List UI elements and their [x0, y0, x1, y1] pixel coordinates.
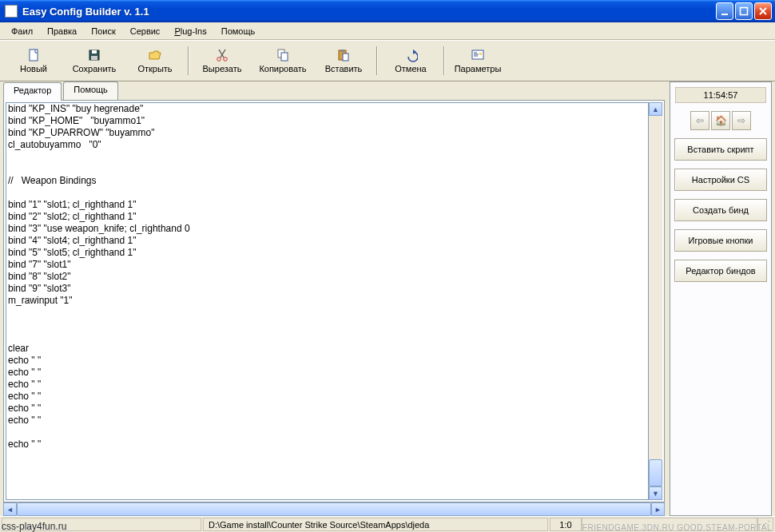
nav-buttons: ⇦ 🏠 ⇨: [690, 111, 751, 130]
menu-file[interactable]: Фаил: [5, 25, 39, 38]
paste-button[interactable]: Вставить: [313, 43, 374, 78]
scroll-track[interactable]: [17, 502, 651, 516]
toolbar-separator: [188, 46, 189, 75]
app-icon: [5, 5, 18, 18]
new-button[interactable]: Новый: [3, 43, 64, 78]
undo-button[interactable]: Отмена: [380, 43, 441, 78]
scroll-left-icon[interactable]: ◄: [3, 502, 17, 516]
side-panel: 11:54:57 ⇦ 🏠 ⇨ Вставить скрипт Настройки…: [670, 81, 772, 516]
toolbar-separator: [443, 46, 445, 75]
svg-rect-1: [741, 8, 748, 15]
window-title: Easy Config Builder v. 1.1: [22, 6, 716, 18]
editor-frame: bind "KP_INS" "buy hegrenade" bind "KP_H…: [3, 100, 665, 502]
workspace: Редактор Помощь bind "KP_INS" "buy hegre…: [3, 81, 772, 516]
status-path: D:\Game install\Counter Strike Source\St…: [203, 518, 548, 531]
menubar: Фаил Правка Поиск Сервис Plug-Ins Помощь: [0, 22, 775, 40]
menu-search[interactable]: Поиск: [85, 25, 121, 38]
cut-icon: [215, 48, 229, 62]
svg-rect-14: [479, 53, 482, 55]
menu-plugins[interactable]: Plug-Ins: [168, 25, 213, 38]
left-pane: Редактор Помощь bind "KP_INS" "buy hegre…: [3, 81, 665, 516]
scroll-thumb[interactable]: [17, 502, 651, 516]
scroll-thumb[interactable]: [649, 459, 662, 486]
close-button[interactable]: [754, 2, 772, 20]
undo-icon: [403, 48, 418, 62]
nav-back-button[interactable]: ⇦: [690, 111, 709, 130]
svg-rect-4: [92, 50, 97, 54]
save-icon: [87, 48, 101, 62]
status-position: 1:0: [550, 518, 582, 531]
scroll-up-icon[interactable]: ▲: [649, 102, 662, 116]
menu-help[interactable]: Помощь: [215, 25, 262, 38]
nav-forward-button[interactable]: ⇨: [732, 111, 751, 130]
open-button[interactable]: Открыть: [125, 43, 185, 78]
save-button[interactable]: Сохранить: [64, 43, 125, 78]
menu-service[interactable]: Сервис: [124, 25, 167, 38]
window-buttons: [716, 2, 772, 20]
params-button[interactable]: Параметры: [447, 43, 508, 78]
game-buttons-button[interactable]: Игровые кнопки: [674, 229, 767, 252]
menu-edit[interactable]: Правка: [41, 25, 83, 38]
scroll-down-icon[interactable]: ▼: [649, 486, 662, 500]
titlebar: Easy Config Builder v. 1.1: [0, 0, 775, 22]
toolbar-separator: [376, 46, 378, 75]
tab-help[interactable]: Помощь: [63, 81, 118, 100]
tab-bar: Редактор Помощь: [3, 81, 665, 100]
paste-icon: [336, 48, 351, 62]
scroll-track[interactable]: [649, 116, 662, 486]
insert-script-button[interactable]: Вставить скрипт: [674, 138, 767, 161]
bind-editor-button[interactable]: Редактор биндов: [674, 260, 767, 282]
watermark-right: FRIENDGAME.3DN.RU GOOD.STEAM-PORTAL: [582, 523, 772, 532]
nav-home-button[interactable]: 🏠: [711, 111, 730, 130]
svg-point-6: [217, 58, 221, 62]
copy-button[interactable]: Копировать: [252, 43, 313, 78]
copy-icon: [276, 48, 290, 62]
editor-textarea[interactable]: bind "KP_INS" "buy hegrenade" bind "KP_H…: [6, 102, 649, 500]
cs-settings-button[interactable]: Настройки CS: [674, 169, 767, 191]
toolbar: Новый Сохранить Открыть Вырезать Копиров…: [0, 40, 775, 81]
horizontal-scrollbar[interactable]: ◄ ►: [3, 502, 665, 516]
svg-rect-12: [343, 54, 348, 61]
create-bind-button[interactable]: Создать бинд: [674, 199, 767, 221]
params-icon: [471, 48, 485, 62]
vertical-scrollbar[interactable]: ▲ ▼: [649, 102, 662, 500]
watermark-left: css-play4fun.ru: [2, 521, 66, 532]
svg-rect-9: [281, 53, 288, 61]
svg-rect-0: [721, 14, 728, 15]
svg-rect-2: [30, 50, 38, 61]
file-new-icon: [26, 48, 41, 62]
minimize-button[interactable]: [716, 2, 733, 20]
clock: 11:54:57: [675, 87, 766, 103]
svg-rect-5: [91, 56, 97, 60]
tab-editor[interactable]: Редактор: [3, 82, 62, 101]
svg-rect-11: [340, 50, 344, 52]
cut-button[interactable]: Вырезать: [192, 43, 252, 78]
svg-point-7: [224, 58, 228, 62]
maximize-button[interactable]: [735, 2, 753, 20]
open-icon: [148, 48, 162, 62]
scroll-right-icon[interactable]: ►: [651, 502, 665, 516]
